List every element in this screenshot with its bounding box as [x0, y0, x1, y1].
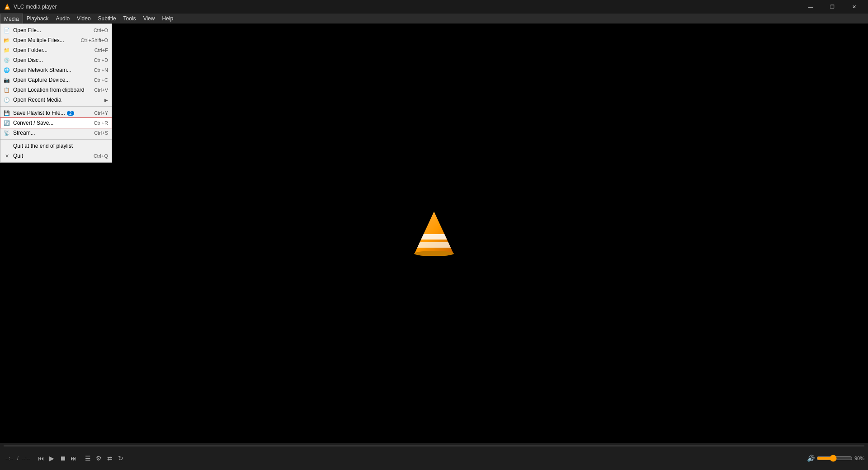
duration-time: --:-- — [22, 456, 30, 461]
save-icon: 💾 — [3, 109, 10, 117]
maximize-button[interactable]: ❐ — [822, 0, 843, 14]
folder-icon: 📁 — [3, 47, 10, 54]
menu-open-folder[interactable]: 📁 Open Folder... Ctrl+F — [0, 45, 112, 55]
menu-open-file[interactable]: 📄 Open File... Ctrl+O — [0, 25, 112, 35]
svg-rect-6 — [414, 242, 454, 248]
menu-quit-end-playlist[interactable]: Quit at the end of playlist — [0, 141, 112, 151]
svg-rect-5 — [414, 234, 454, 240]
menu-open-network[interactable]: 🌐 Open Network Stream... Ctrl+N — [0, 65, 112, 75]
menu-save-playlist[interactable]: 💾 Save Playlist to File... 2 Ctrl+Y — [0, 108, 112, 118]
quit-icon: ✕ — [3, 152, 10, 160]
separator-1 — [0, 106, 112, 107]
menu-view[interactable]: View — [140, 14, 159, 24]
recent-icon: 🕐 — [3, 96, 10, 103]
menu-audio[interactable]: Audio — [52, 14, 73, 24]
minimize-button[interactable]: — — [800, 0, 821, 14]
extended-settings-button[interactable]: ⚙ — [94, 453, 104, 464]
menu-stream[interactable]: 📡 Stream... Ctrl+S — [0, 128, 112, 138]
file-icon: 📄 — [3, 27, 10, 34]
repeat-button[interactable]: ↻ — [115, 453, 126, 464]
svg-rect-2 — [6, 8, 8, 9]
time-separator: / — [17, 456, 19, 461]
disc-icon: 💿 — [3, 56, 10, 64]
menu-quit[interactable]: ✕ Quit Ctrl+Q — [0, 151, 112, 161]
convert-icon: 🔄 — [3, 119, 10, 127]
shuffle-button[interactable]: ⇄ — [104, 453, 115, 464]
bottom-bar: --:-- / --:-- ⏮ ▶ ⏹ ⏭ ☰ ⚙ ⇄ ↻ 🔊 90% — [0, 443, 868, 470]
volume-label: 90% — [854, 456, 864, 461]
mute-button[interactable]: 🔊 — [806, 453, 816, 464]
network-icon: 🌐 — [3, 66, 10, 74]
quit-end-icon — [3, 142, 10, 150]
vlc-app-icon — [4, 3, 11, 10]
menu-open-recent[interactable]: 🕐 Open Recent Media ▶ — [0, 95, 112, 105]
next-button[interactable]: ⏭ — [68, 453, 79, 464]
menu-open-capture[interactable]: 📷 Open Capture Device... Ctrl+C — [0, 75, 112, 85]
window-title: VLC media player — [14, 4, 800, 10]
menu-subtitle[interactable]: Subtitle — [94, 14, 120, 24]
play-button[interactable]: ▶ — [47, 453, 57, 464]
files-icon: 📂 — [3, 37, 10, 44]
svg-rect-1 — [6, 7, 9, 8]
menu-open-multiple[interactable]: 📂 Open Multiple Files... Ctrl+Shift+O — [0, 35, 112, 45]
menu-help[interactable]: Help — [158, 14, 177, 24]
stop-button[interactable]: ⏹ — [57, 453, 68, 464]
stream-icon: 📡 — [3, 129, 10, 136]
capture-icon: 📷 — [3, 76, 10, 84]
menu-playback[interactable]: Playback — [23, 14, 52, 24]
menubar: Media Playback Audio Video Subtitle Tool… — [0, 14, 868, 24]
clipboard-icon: 📋 — [3, 86, 10, 94]
current-time: --:-- — [5, 456, 14, 461]
vlc-cone — [414, 211, 454, 256]
controls-row: --:-- / --:-- ⏮ ▶ ⏹ ⏭ ☰ ⚙ ⇄ ↻ 🔊 90% — [0, 446, 868, 470]
submenu-arrow-icon: ▶ — [104, 98, 108, 103]
video-area — [0, 24, 868, 443]
media-dropdown: 📄 Open File... Ctrl+O 📂 Open Multiple Fi… — [0, 24, 112, 163]
menu-video[interactable]: Video — [73, 14, 94, 24]
close-button[interactable]: ✕ — [844, 0, 864, 14]
toggle-playlist-button[interactable]: ☰ — [83, 453, 94, 464]
menu-convert-save[interactable]: 🔄 Convert / Save... Ctrl+R — [0, 118, 112, 128]
separator-2 — [0, 139, 112, 140]
titlebar: VLC media player — ❐ ✕ — [0, 0, 868, 14]
menu-open-clipboard[interactable]: 📋 Open Location from clipboard Ctrl+V — [0, 85, 112, 95]
playlist-badge: 2 — [67, 111, 74, 116]
menu-media[interactable]: Media — [0, 14, 23, 24]
volume-slider[interactable] — [816, 455, 853, 462]
prev-button[interactable]: ⏮ — [36, 453, 47, 464]
progress-bar[interactable] — [4, 445, 864, 446]
menu-open-disc[interactable]: 💿 Open Disc... Ctrl+D — [0, 55, 112, 65]
menu-tools[interactable]: Tools — [120, 14, 140, 24]
window-controls: — ❐ ✕ — [800, 0, 864, 14]
